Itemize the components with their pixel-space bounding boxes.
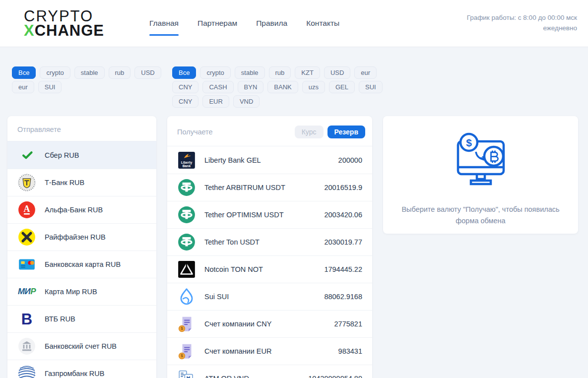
invoice-icon: $ <box>177 315 196 333</box>
filter-chip[interactable]: EUR <box>202 95 229 108</box>
send-filter-row-1: ВсеcryptostablerubUSD <box>12 66 166 79</box>
filter-chip[interactable]: CNY <box>172 95 198 108</box>
filter-chip[interactable]: USD <box>134 66 161 79</box>
tether-icon <box>177 205 196 224</box>
filter-chip[interactable]: Все <box>12 66 36 79</box>
send-panel-title: Отправляете <box>17 126 149 133</box>
send-method-row[interactable]: МИР Карта Мир RUB <box>7 278 156 305</box>
working-hours: График работы: с 8:00 до 00:00 мск ежедн… <box>467 13 577 34</box>
reserve-amount: 2775821 <box>334 320 362 328</box>
receive-panel: Получаете Курс Резерв Liberty Bank Liber… <box>167 116 372 378</box>
payment-method-name: Карта Мир RUB <box>45 288 97 296</box>
reserve-amount: 10429999954.89 <box>308 375 362 378</box>
filter-chip[interactable]: GEL <box>329 81 355 93</box>
send-method-row[interactable]: Т-Банк RUB <box>7 169 156 196</box>
filter-chip[interactable]: KZT <box>295 66 320 79</box>
send-method-row[interactable]: А Альфа-Банк RUB <box>7 196 156 223</box>
receive-currency-row[interactable]: Tether OPTIMISM USDT 2003420.06 <box>167 201 372 228</box>
select-currency-message-line2: форма обмена <box>401 215 559 226</box>
filter-chip[interactable]: uzs <box>302 81 325 93</box>
rate-toggle-button[interactable]: Курс <box>295 126 324 138</box>
filter-chip[interactable]: crypto <box>200 66 230 79</box>
receive-currency-row[interactable]: ATM QR VND 10429999954.89 <box>167 365 372 378</box>
filter-chip[interactable]: eur <box>354 66 377 79</box>
reserve-amount: 2003420.06 <box>324 211 362 219</box>
svg-text:$: $ <box>181 353 183 358</box>
payment-method-name: ВТБ RUB <box>45 315 75 323</box>
filter-chip[interactable]: BYN <box>238 81 264 93</box>
currency-name: Tether OPTIMISM USDT <box>204 211 284 219</box>
logo-change-text: CHANGE <box>35 22 104 39</box>
receive-currency-row[interactable]: Tether Ton USDT 2030019.77 <box>167 228 372 255</box>
filter-chip[interactable]: stable <box>74 66 105 79</box>
nav-item[interactable]: Партнерам <box>197 16 237 31</box>
filter-chip[interactable]: crypto <box>40 66 70 79</box>
receive-currency-row[interactable]: Notcoin TON NOT 1794445.22 <box>167 255 372 283</box>
qr-icon <box>177 369 196 378</box>
payment-method-name: Райффайзен RUB <box>45 233 106 241</box>
liberty-icon: Liberty Bank <box>177 151 196 170</box>
filter-chip[interactable]: VND <box>233 95 260 108</box>
currency-name: Tether Ton USDT <box>204 238 260 246</box>
tether-icon <box>177 178 196 197</box>
receive-currency-row[interactable]: $ Счет компании EUR 983431 <box>167 337 372 365</box>
sber-icon <box>17 146 36 165</box>
filter-chip[interactable]: BANK <box>267 81 298 93</box>
send-filter-row-2: eurSUI <box>12 81 166 93</box>
receive-currency-row[interactable]: $ Счет компании CNY 2775821 <box>167 310 372 337</box>
filter-chip[interactable]: CNY <box>172 81 198 93</box>
receive-panel-title: Получаете <box>177 128 295 136</box>
filter-chip[interactable]: USD <box>324 66 350 79</box>
svg-text:Bank: Bank <box>183 164 191 167</box>
alfa-icon: А <box>17 200 36 219</box>
logo-x-letter: X <box>24 22 35 39</box>
account-icon <box>17 337 36 356</box>
currency-name: Liberty Bank GEL <box>204 156 261 164</box>
receive-currency-row[interactable]: Liberty Bank Liberty Bank GEL 200000 <box>167 146 372 174</box>
send-method-row[interactable]: Газпромбанк RUB <box>7 360 156 378</box>
filter-chip[interactable]: Все <box>172 66 196 79</box>
card-icon <box>17 255 36 274</box>
reserve-amount: 2030019.77 <box>324 238 362 246</box>
send-method-row[interactable]: Райффайзен RUB <box>7 223 156 251</box>
main-content: Отправляете Сбер RUB <box>0 110 588 378</box>
nav-item[interactable]: Контакты <box>306 16 339 31</box>
receive-currency-row[interactable]: Tether ARBITRUM USDT 20016519.9 <box>167 174 372 201</box>
currency-name: Notcoin TON NOT <box>204 265 263 273</box>
receive-panel-header: Получаете Курс Резерв <box>167 116 372 146</box>
filter-chip[interactable]: SUI <box>359 81 383 93</box>
nav-item[interactable]: Правила <box>256 16 287 31</box>
nav-item[interactable]: Главная <box>149 16 179 31</box>
reserve-amount: 1794445.22 <box>324 265 362 273</box>
header: CRYPTO XCHANGE Главная Партнерам Правила… <box>0 0 588 47</box>
svg-text:$: $ <box>466 137 472 148</box>
sui-icon <box>177 287 196 306</box>
vtb-icon: В <box>17 310 36 328</box>
filter-chip[interactable]: stable <box>235 66 265 79</box>
reserve-amount: 200000 <box>338 156 362 164</box>
send-method-row[interactable]: Банковская карта RUB <box>7 251 156 278</box>
receive-filter-row-2: CNYCASHBYNBANKuzsGELSUI <box>172 81 371 93</box>
reserve-toggle-button[interactable]: Резерв <box>327 126 366 138</box>
filter-chip[interactable]: rub <box>109 66 131 79</box>
receive-currency-list: Liberty Bank Liberty Bank GEL 200000 Tet… <box>167 146 372 378</box>
send-method-row[interactable]: Сбер RUB <box>7 141 156 169</box>
receive-currency-row[interactable]: Sui SUI 88062.9168 <box>167 283 372 310</box>
working-hours-line2: ежедневно <box>467 23 577 34</box>
filter-chip[interactable]: SUI <box>38 81 62 93</box>
logo-line1: CRYPTO <box>24 9 135 23</box>
filter-chip[interactable]: eur <box>12 81 34 93</box>
send-method-row[interactable]: Банковский счет RUB <box>7 332 156 360</box>
currency-name: Счет компании EUR <box>204 347 271 355</box>
logo-line2: XCHANGE <box>24 23 135 38</box>
filter-chip[interactable]: rub <box>269 66 291 79</box>
filter-chip[interactable]: CASH <box>202 81 233 93</box>
payment-method-name: Т-Банк RUB <box>45 179 84 187</box>
invoice-icon: $ <box>177 342 196 361</box>
send-method-list: Сбер RUB Т-Банк RUB А Ал <box>7 141 156 378</box>
send-method-row[interactable]: В ВТБ RUB <box>7 305 156 332</box>
currency-name: Sui SUI <box>204 293 229 301</box>
svg-text:А: А <box>24 204 30 214</box>
currency-name: ATM QR VND <box>204 375 249 378</box>
currency-name: Счет компании CNY <box>204 320 271 328</box>
